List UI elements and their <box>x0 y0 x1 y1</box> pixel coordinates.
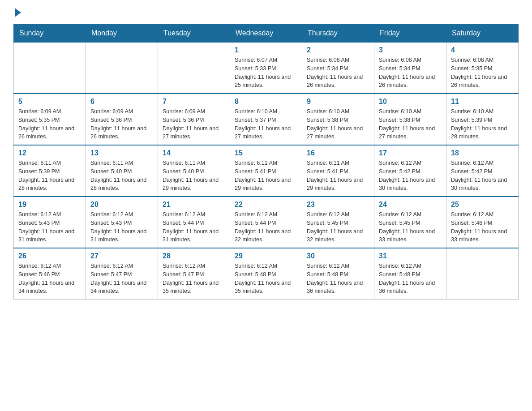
page-header <box>13 9 519 15</box>
weekday-header-tuesday: Tuesday <box>158 25 230 43</box>
weekday-header-sunday: Sunday <box>14 25 86 43</box>
day-info: Sunrise: 6:10 AMSunset: 5:38 PMDaylight:… <box>307 107 369 141</box>
day-number: 29 <box>235 252 297 260</box>
calendar-cell: 7Sunrise: 6:09 AMSunset: 5:36 PMDaylight… <box>158 94 230 145</box>
calendar-week-row: 12Sunrise: 6:11 AMSunset: 5:39 PMDayligh… <box>14 145 519 197</box>
day-info: Sunrise: 6:08 AMSunset: 5:34 PMDaylight:… <box>379 56 442 90</box>
day-number: 13 <box>90 149 153 157</box>
calendar-cell: 14Sunrise: 6:11 AMSunset: 5:40 PMDayligh… <box>158 145 230 197</box>
day-number: 25 <box>451 201 514 209</box>
day-number: 17 <box>379 149 442 157</box>
day-info: Sunrise: 6:10 AMSunset: 5:39 PMDaylight:… <box>451 107 514 141</box>
day-number: 14 <box>163 149 225 157</box>
day-info: Sunrise: 6:08 AMSunset: 5:35 PMDaylight:… <box>451 56 514 90</box>
weekday-header-wednesday: Wednesday <box>230 25 302 43</box>
calendar-cell: 30Sunrise: 6:12 AMSunset: 5:48 PMDayligh… <box>302 248 374 300</box>
day-info: Sunrise: 6:09 AMSunset: 5:36 PMDaylight:… <box>163 107 225 141</box>
calendar-week-row: 19Sunrise: 6:12 AMSunset: 5:43 PMDayligh… <box>14 197 519 248</box>
weekday-header-thursday: Thursday <box>302 25 374 43</box>
day-info: Sunrise: 6:11 AMSunset: 5:41 PMDaylight:… <box>307 159 369 193</box>
day-number: 31 <box>379 252 442 260</box>
weekday-header-saturday: Saturday <box>446 25 519 43</box>
day-info: Sunrise: 6:11 AMSunset: 5:40 PMDaylight:… <box>90 159 153 193</box>
day-number: 4 <box>451 46 514 54</box>
day-info: Sunrise: 6:12 AMSunset: 5:44 PMDaylight:… <box>235 210 297 244</box>
calendar-cell: 21Sunrise: 6:12 AMSunset: 5:44 PMDayligh… <box>158 197 230 248</box>
day-number: 19 <box>18 201 81 209</box>
calendar-cell: 25Sunrise: 6:12 AMSunset: 5:46 PMDayligh… <box>446 197 519 248</box>
day-number: 3 <box>379 46 442 54</box>
day-number: 6 <box>90 98 153 106</box>
calendar-cell: 27Sunrise: 6:12 AMSunset: 5:47 PMDayligh… <box>86 248 158 300</box>
day-info: Sunrise: 6:12 AMSunset: 5:47 PMDaylight:… <box>163 262 225 295</box>
calendar-cell: 23Sunrise: 6:12 AMSunset: 5:45 PMDayligh… <box>302 197 374 248</box>
day-number: 9 <box>307 98 369 106</box>
calendar-cell: 20Sunrise: 6:12 AMSunset: 5:43 PMDayligh… <box>86 197 158 248</box>
logo <box>13 9 21 15</box>
day-number: 10 <box>379 98 442 106</box>
weekday-header-friday: Friday <box>374 25 446 43</box>
calendar-cell: 3Sunrise: 6:08 AMSunset: 5:34 PMDaylight… <box>374 42 446 94</box>
day-info: Sunrise: 6:09 AMSunset: 5:35 PMDaylight:… <box>18 107 81 141</box>
calendar-cell: 18Sunrise: 6:12 AMSunset: 5:42 PMDayligh… <box>446 145 519 197</box>
day-info: Sunrise: 6:12 AMSunset: 5:45 PMDaylight:… <box>307 210 369 244</box>
day-info: Sunrise: 6:12 AMSunset: 5:46 PMDaylight:… <box>18 262 81 295</box>
calendar-cell: 12Sunrise: 6:11 AMSunset: 5:39 PMDayligh… <box>14 145 86 197</box>
day-info: Sunrise: 6:12 AMSunset: 5:48 PMDaylight:… <box>379 262 442 295</box>
day-number: 24 <box>379 201 442 209</box>
day-number: 21 <box>163 201 225 209</box>
calendar-cell: 24Sunrise: 6:12 AMSunset: 5:45 PMDayligh… <box>374 197 446 248</box>
day-info: Sunrise: 6:10 AMSunset: 5:38 PMDaylight:… <box>379 107 442 141</box>
day-info: Sunrise: 6:12 AMSunset: 5:42 PMDaylight:… <box>379 159 442 193</box>
calendar-cell: 15Sunrise: 6:11 AMSunset: 5:41 PMDayligh… <box>230 145 302 197</box>
day-info: Sunrise: 6:12 AMSunset: 5:42 PMDaylight:… <box>451 159 514 193</box>
day-number: 22 <box>235 201 297 209</box>
calendar-cell: 13Sunrise: 6:11 AMSunset: 5:40 PMDayligh… <box>86 145 158 197</box>
day-info: Sunrise: 6:12 AMSunset: 5:47 PMDaylight:… <box>90 262 153 295</box>
day-info: Sunrise: 6:12 AMSunset: 5:48 PMDaylight:… <box>235 262 297 295</box>
day-info: Sunrise: 6:12 AMSunset: 5:43 PMDaylight:… <box>18 210 81 244</box>
day-number: 27 <box>90 252 153 260</box>
day-info: Sunrise: 6:11 AMSunset: 5:39 PMDaylight:… <box>18 159 81 193</box>
day-number: 30 <box>307 252 369 260</box>
day-number: 12 <box>18 149 81 157</box>
calendar-week-row: 5Sunrise: 6:09 AMSunset: 5:35 PMDaylight… <box>14 94 519 145</box>
day-number: 5 <box>18 98 81 106</box>
calendar-week-row: 1Sunrise: 6:07 AMSunset: 5:33 PMDaylight… <box>14 42 519 94</box>
calendar-cell: 31Sunrise: 6:12 AMSunset: 5:48 PMDayligh… <box>374 248 446 300</box>
calendar-cell: 5Sunrise: 6:09 AMSunset: 5:35 PMDaylight… <box>14 94 86 145</box>
day-info: Sunrise: 6:12 AMSunset: 5:46 PMDaylight:… <box>451 210 514 244</box>
day-info: Sunrise: 6:12 AMSunset: 5:43 PMDaylight:… <box>90 210 153 244</box>
day-number: 7 <box>163 98 225 106</box>
day-number: 15 <box>235 149 297 157</box>
day-info: Sunrise: 6:12 AMSunset: 5:48 PMDaylight:… <box>307 262 369 295</box>
calendar-cell <box>86 42 158 94</box>
day-info: Sunrise: 6:07 AMSunset: 5:33 PMDaylight:… <box>235 56 297 90</box>
day-number: 8 <box>235 98 297 106</box>
calendar-cell: 4Sunrise: 6:08 AMSunset: 5:35 PMDaylight… <box>446 42 519 94</box>
calendar-cell: 19Sunrise: 6:12 AMSunset: 5:43 PMDayligh… <box>14 197 86 248</box>
day-info: Sunrise: 6:12 AMSunset: 5:45 PMDaylight:… <box>379 210 442 244</box>
calendar-cell: 26Sunrise: 6:12 AMSunset: 5:46 PMDayligh… <box>14 248 86 300</box>
calendar-cell: 10Sunrise: 6:10 AMSunset: 5:38 PMDayligh… <box>374 94 446 145</box>
day-info: Sunrise: 6:11 AMSunset: 5:40 PMDaylight:… <box>163 159 225 193</box>
day-number: 23 <box>307 201 369 209</box>
calendar-table: SundayMondayTuesdayWednesdayThursdayFrid… <box>13 24 519 300</box>
day-number: 16 <box>307 149 369 157</box>
calendar-cell: 9Sunrise: 6:10 AMSunset: 5:38 PMDaylight… <box>302 94 374 145</box>
calendar-cell: 6Sunrise: 6:09 AMSunset: 5:36 PMDaylight… <box>86 94 158 145</box>
calendar-cell <box>446 248 519 300</box>
day-number: 11 <box>451 98 514 106</box>
logo-arrow-icon <box>15 8 21 17</box>
calendar-cell <box>14 42 86 94</box>
day-info: Sunrise: 6:09 AMSunset: 5:36 PMDaylight:… <box>90 107 153 141</box>
weekday-header-row: SundayMondayTuesdayWednesdayThursdayFrid… <box>14 25 519 43</box>
day-info: Sunrise: 6:08 AMSunset: 5:34 PMDaylight:… <box>307 56 369 90</box>
day-number: 2 <box>307 46 369 54</box>
calendar-cell: 2Sunrise: 6:08 AMSunset: 5:34 PMDaylight… <box>302 42 374 94</box>
day-number: 20 <box>90 201 153 209</box>
calendar-cell: 17Sunrise: 6:12 AMSunset: 5:42 PMDayligh… <box>374 145 446 197</box>
calendar-week-row: 26Sunrise: 6:12 AMSunset: 5:46 PMDayligh… <box>14 248 519 300</box>
day-number: 28 <box>163 252 225 260</box>
day-info: Sunrise: 6:12 AMSunset: 5:44 PMDaylight:… <box>163 210 225 244</box>
